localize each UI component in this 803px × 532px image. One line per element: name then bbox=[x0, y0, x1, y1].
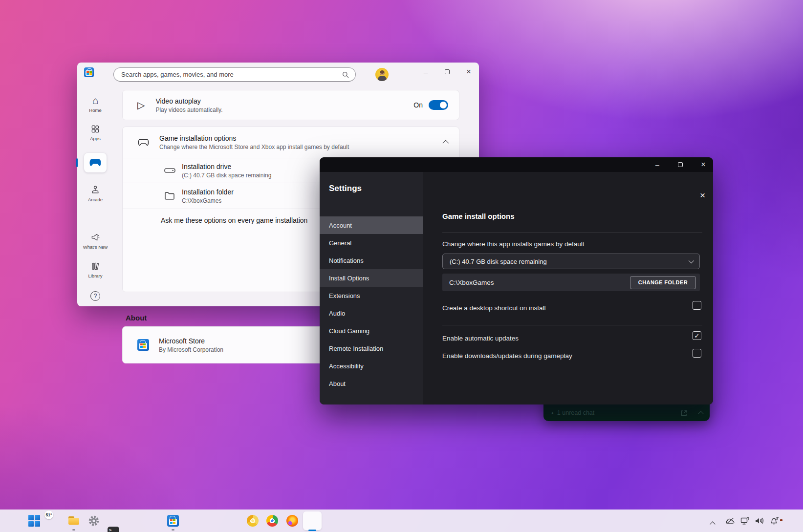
store-titlebar[interactable]: Search apps, games, movies, and more – × bbox=[77, 63, 479, 82]
sidebar-item-gaming-selected[interactable] bbox=[84, 153, 107, 172]
search-icon[interactable] bbox=[342, 71, 349, 79]
weather-widget-button[interactable]: 51° bbox=[49, 515, 61, 527]
xbox-minimize-button[interactable]: – bbox=[649, 158, 666, 171]
downloads-during-gameplay-label: Enable downloads/updates during gameplay bbox=[442, 352, 572, 360]
desktop-shortcut-checkbox[interactable] bbox=[693, 301, 701, 310]
expand-chevron-icon[interactable] bbox=[698, 411, 703, 416]
video-autoplay-row[interactable]: ▷ Video autoplay Play videos automatical… bbox=[122, 90, 459, 120]
file-explorer-button[interactable] bbox=[68, 515, 80, 527]
panel-heading: Game install options bbox=[442, 212, 515, 220]
taskbar bbox=[0, 510, 803, 532]
sidebar-item-apps[interactable]: Apps bbox=[90, 124, 101, 141]
volume-tray-button[interactable] bbox=[755, 517, 764, 527]
store-bag-icon bbox=[86, 70, 92, 76]
open-in-new-icon[interactable] bbox=[680, 409, 688, 417]
terminal-button[interactable]: >_ bbox=[108, 527, 119, 532]
nav-item-audio[interactable]: Audio bbox=[320, 304, 423, 322]
terminal-prompt-glyph: >_ bbox=[109, 528, 114, 532]
nav-item-about[interactable]: About bbox=[320, 375, 423, 392]
automatic-updates-checkbox[interactable]: ✓ bbox=[693, 331, 701, 340]
nav-item-cloud-gaming[interactable]: Cloud Gaming bbox=[320, 322, 423, 340]
install-drive-dropdown[interactable]: (C:) 40.7 GB disk space remaining bbox=[442, 254, 700, 269]
sidebar-item-arcade[interactable]: Arcade bbox=[88, 185, 103, 202]
account-avatar[interactable] bbox=[375, 68, 389, 81]
xbox-titlebar[interactable]: – × bbox=[320, 157, 713, 172]
temperature-badge: 51° bbox=[44, 511, 53, 519]
nav-item-remote-installation[interactable]: Remote Installation bbox=[320, 340, 423, 357]
microsoft-store-button[interactable] bbox=[167, 515, 179, 527]
help-icon: ? bbox=[90, 291, 100, 301]
controller-outline-icon bbox=[137, 139, 150, 146]
sidebar-item-whats-new[interactable]: What's New bbox=[83, 233, 108, 250]
chevron-up-icon bbox=[710, 521, 715, 527]
store-app-icon bbox=[167, 515, 179, 527]
drive-icon bbox=[164, 167, 175, 174]
arcade-joystick-icon bbox=[90, 185, 100, 195]
search-placeholder-text: Search apps, games, movies, and more bbox=[121, 71, 342, 78]
nav-item-general[interactable]: General bbox=[320, 234, 423, 252]
network-tray-button[interactable] bbox=[740, 517, 749, 527]
focus-assist-tray-button[interactable] bbox=[770, 517, 779, 527]
video-autoplay-toggle[interactable] bbox=[429, 100, 448, 110]
desktop: Search apps, games, movies, and more – ×… bbox=[0, 0, 803, 532]
setting-title: Installation folder bbox=[182, 188, 234, 196]
sidebar-item-library[interactable]: Library bbox=[88, 261, 102, 278]
settings-page-title: Settings bbox=[329, 184, 362, 193]
selected-indicator-pill bbox=[76, 158, 78, 167]
running-indicator bbox=[72, 529, 75, 531]
nav-item-account[interactable]: Account bbox=[320, 216, 423, 234]
store-bag-icon bbox=[139, 343, 147, 349]
store-maximize-button[interactable] bbox=[440, 65, 455, 79]
chrome-button[interactable] bbox=[266, 515, 278, 527]
start-button[interactable] bbox=[28, 515, 40, 527]
ethernet-monitor-icon bbox=[740, 517, 749, 525]
setting-subtitle: Play videos automatically. bbox=[155, 106, 413, 113]
sidebar-item-label: Apps bbox=[90, 136, 101, 141]
nav-item-accessibility[interactable]: Accessibility bbox=[320, 357, 423, 375]
xbox-maximize-button[interactable] bbox=[672, 158, 689, 171]
bell-sleep-icon bbox=[770, 517, 779, 525]
change-default-label: Change where this app installs games by … bbox=[442, 240, 584, 248]
unread-chat-label: 1 unread chat bbox=[557, 409, 594, 416]
dropdown-selected-value: (C:) 40.7 GB disk space remaining bbox=[450, 258, 689, 265]
play-icon: ▷ bbox=[137, 100, 145, 110]
ask-every-install-label: Ask me these options on every game insta… bbox=[161, 216, 307, 224]
downloads-during-gameplay-checkbox[interactable] bbox=[693, 349, 701, 358]
store-minimize-button[interactable]: – bbox=[418, 65, 433, 79]
chrome-canary-button[interactable] bbox=[247, 515, 259, 527]
home-icon: ⌂ bbox=[92, 96, 99, 106]
nav-item-notifications[interactable]: Notifications bbox=[320, 252, 423, 269]
maximize-icon bbox=[445, 69, 450, 74]
game-installation-header-row[interactable]: Game installation options Change where t… bbox=[123, 127, 459, 158]
xbox-settings-window: – × Settings Account General Notificatio… bbox=[320, 157, 713, 404]
gear-icon bbox=[88, 515, 100, 527]
nav-item-install-options[interactable]: Install Options bbox=[320, 269, 423, 287]
sidebar-item-label: Library bbox=[88, 273, 102, 278]
setting-subtitle: By Microsoft Corporation bbox=[159, 346, 223, 353]
onedrive-tray-button[interactable] bbox=[725, 517, 735, 527]
nav-item-extensions[interactable]: Extensions bbox=[320, 287, 423, 304]
store-close-button[interactable]: × bbox=[461, 65, 476, 79]
firefox-button[interactable] bbox=[286, 515, 298, 527]
modal-close-icon[interactable]: × bbox=[700, 191, 705, 200]
microsoft-store-app-icon bbox=[84, 67, 94, 77]
store-sidebar: ⌂ Home Apps bbox=[77, 82, 113, 306]
sidebar-item-home[interactable]: ⌂ Home bbox=[89, 96, 101, 113]
change-folder-button[interactable]: CHANGE FOLDER bbox=[630, 276, 696, 289]
xbox-close-button[interactable]: × bbox=[695, 158, 712, 171]
setting-title: Video autoplay bbox=[155, 97, 413, 105]
megaphone-icon bbox=[90, 233, 100, 242]
apps-grid-icon bbox=[90, 124, 100, 134]
setting-title: Game installation options bbox=[159, 134, 443, 142]
setting-subtitle: C:\XboxGames bbox=[182, 197, 234, 204]
microsoft-store-app-icon bbox=[137, 339, 149, 351]
divider bbox=[442, 233, 702, 233]
tray-overflow-button[interactable] bbox=[711, 519, 715, 528]
folder-icon bbox=[164, 192, 175, 200]
store-search-input[interactable]: Search apps, games, movies, and more bbox=[113, 67, 356, 82]
settings-button[interactable] bbox=[88, 515, 100, 527]
setting-subtitle: (C:) 40.7 GB disk space remaining bbox=[182, 172, 271, 179]
chevron-up-icon[interactable] bbox=[443, 140, 449, 147]
sidebar-item-help[interactable]: ? bbox=[90, 291, 100, 301]
setting-title: Microsoft Store bbox=[159, 337, 223, 345]
